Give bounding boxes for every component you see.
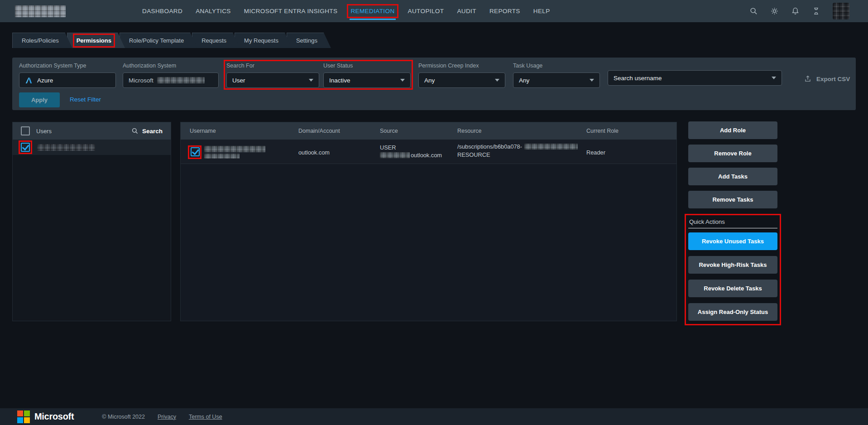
- auth-system-type-label: Authorization System Type: [19, 63, 116, 69]
- chevron-down-icon: [400, 79, 405, 82]
- permission-creep-field: Permission Creep Index Any: [418, 63, 505, 88]
- user-status-select[interactable]: Inactive: [323, 72, 411, 88]
- revoke-delete-tasks-button[interactable]: Revoke Delete Tasks: [688, 280, 777, 297]
- revoke-unused-tasks-button[interactable]: Revoke Unused Tasks: [688, 232, 777, 250]
- auth-system-type-select[interactable]: Azure: [19, 72, 116, 88]
- search-icon[interactable]: [749, 7, 758, 15]
- permission-creep-label: Permission Creep Index: [418, 63, 505, 69]
- table-row[interactable]: outlook.com USER outlook.com /subscripti…: [181, 140, 676, 164]
- app-logo-redacted: [15, 5, 66, 17]
- auth-system-field: Authorization System Microsoft: [123, 63, 219, 88]
- chevron-down-icon: [495, 79, 499, 82]
- search-username-field: Search username: [608, 70, 782, 86]
- auth-system-type-field: Authorization System Type Azure: [19, 63, 116, 88]
- hourglass-icon[interactable]: [812, 7, 820, 15]
- column-header-username: Username: [190, 128, 216, 134]
- nav-item-remediation[interactable]: REMEDIATION: [350, 0, 394, 22]
- chevron-down-icon: [309, 79, 313, 82]
- nav-item-entra-insights[interactable]: MICROSOFT ENTRA INSIGHTS: [244, 0, 338, 22]
- redacted-username-line2: [204, 154, 240, 159]
- nav-item-audit[interactable]: AUDIT: [457, 0, 476, 22]
- task-usage-select[interactable]: Any: [513, 72, 600, 88]
- navbar-icon-group: [749, 0, 849, 22]
- copyright-text: © Microsoft 2022: [102, 414, 145, 420]
- tab-permissions[interactable]: Permissions: [67, 33, 125, 48]
- users-panel: Users Search: [12, 122, 171, 321]
- top-navbar: DASHBOARD ANALYTICS MICROSOFT ENTRA INSI…: [0, 0, 868, 22]
- microsoft-logo-icon: [17, 411, 30, 423]
- permission-creep-select[interactable]: Any: [418, 72, 505, 88]
- export-csv-button[interactable]: Export CSV: [804, 75, 850, 83]
- cell-domain: outlook.com: [298, 149, 330, 156]
- chevron-down-icon: [772, 77, 776, 79]
- search-for-field: Search For User: [226, 63, 319, 88]
- users-panel-title: Users: [36, 128, 52, 135]
- cell-resource-path: /subscriptions/b6b0a078-: [457, 143, 522, 150]
- quick-actions-label: Quick Actions: [688, 217, 777, 228]
- auth-system-select[interactable]: Microsoft: [123, 72, 219, 88]
- redacted-subscription-id: [524, 144, 578, 150]
- footer: Microsoft © Microsoft 2022 Privacy Terms…: [0, 408, 868, 425]
- remove-role-button[interactable]: Remove Role: [688, 145, 777, 162]
- cell-source-domain: outlook.com: [411, 152, 442, 159]
- terms-of-use-link[interactable]: Terms of Use: [189, 414, 222, 420]
- column-header-resource: Resource: [457, 128, 482, 134]
- tab-bar: Roles/Policies Permissions Role/Policy T…: [12, 33, 326, 48]
- nav-item-help[interactable]: HELP: [533, 0, 550, 22]
- column-header-current-role: Current Role: [586, 128, 619, 134]
- main-navigation: DASHBOARD ANALYTICS MICROSOFT ENTRA INSI…: [142, 0, 550, 22]
- privacy-link[interactable]: Privacy: [158, 414, 176, 420]
- notifications-bell-icon[interactable]: [791, 7, 800, 15]
- nav-item-autopilot[interactable]: AUTOPILOT: [408, 0, 444, 22]
- nav-item-reports[interactable]: REPORTS: [489, 0, 520, 22]
- users-search-button[interactable]: Search: [131, 127, 163, 135]
- apply-button[interactable]: Apply: [19, 92, 60, 107]
- add-tasks-button[interactable]: Add Tasks: [688, 168, 777, 185]
- permissions-table: Username Domain/Account Source Resource …: [180, 122, 677, 321]
- chevron-down-icon: [590, 79, 594, 82]
- task-usage-label: Task Usage: [513, 63, 600, 69]
- remove-tasks-button[interactable]: Remove Tasks: [688, 191, 777, 208]
- tab-roles-policies[interactable]: Roles/Policies: [12, 33, 72, 48]
- tab-requests[interactable]: Requests: [192, 33, 240, 48]
- microsoft-brand-text: Microsoft: [34, 411, 74, 422]
- settings-gear-icon[interactable]: [770, 7, 779, 15]
- task-usage-field: Task Usage Any: [513, 63, 600, 88]
- quick-actions-section: Quick Actions Revoke Unused Tasks Revoke…: [685, 214, 781, 325]
- search-for-select[interactable]: User: [226, 72, 319, 88]
- cell-source-type: USER: [380, 144, 396, 151]
- users-panel-header: Users Search: [13, 122, 171, 140]
- cell-resource-type: RESOURCE: [457, 151, 490, 158]
- auth-system-label: Authorization System: [123, 63, 219, 69]
- table-header-row: Username Domain/Account Source Resource …: [181, 122, 676, 140]
- tab-my-requests[interactable]: My Requests: [235, 33, 292, 48]
- user-list-item[interactable]: [13, 140, 171, 155]
- search-icon: [131, 127, 139, 135]
- nav-item-dashboard[interactable]: DASHBOARD: [142, 0, 182, 22]
- user-row-checkbox[interactable]: [21, 143, 30, 152]
- auth-system-redacted: [157, 77, 205, 83]
- user-avatar-redacted[interactable]: [833, 3, 849, 19]
- user-status-field: User Status Inactive: [323, 63, 411, 88]
- add-role-button[interactable]: Add Role: [688, 121, 777, 139]
- cell-current-role: Reader: [586, 149, 605, 156]
- tab-role-policy-template[interactable]: Role/Policy Template: [120, 33, 197, 48]
- column-header-domain-account: Domain/Account: [298, 128, 340, 134]
- user-status-label: User Status: [323, 63, 411, 69]
- redacted-username: [37, 144, 95, 151]
- revoke-high-risk-tasks-button[interactable]: Revoke High-Risk Tasks: [688, 256, 777, 274]
- actions-sidebar: Add Role Remove Role Add Tasks Remove Ta…: [688, 121, 777, 325]
- row-checkbox[interactable]: [191, 147, 200, 156]
- search-for-label: Search For: [226, 63, 319, 69]
- tab-settings[interactable]: Settings: [287, 33, 331, 48]
- select-all-users-checkbox[interactable]: [21, 126, 30, 135]
- filter-panel: Authorization System Type Azure Authoriz…: [12, 58, 856, 110]
- redacted-username: [204, 146, 265, 152]
- column-header-source: Source: [380, 128, 398, 134]
- nav-item-analytics[interactable]: ANALYTICS: [196, 0, 231, 22]
- reset-filter-link[interactable]: Reset Filter: [70, 96, 101, 103]
- search-username-combobox[interactable]: Search username: [608, 70, 782, 86]
- redacted-email-prefix: [380, 152, 410, 158]
- assign-read-only-status-button[interactable]: Assign Read-Only Status: [688, 303, 777, 321]
- export-icon: [804, 75, 812, 83]
